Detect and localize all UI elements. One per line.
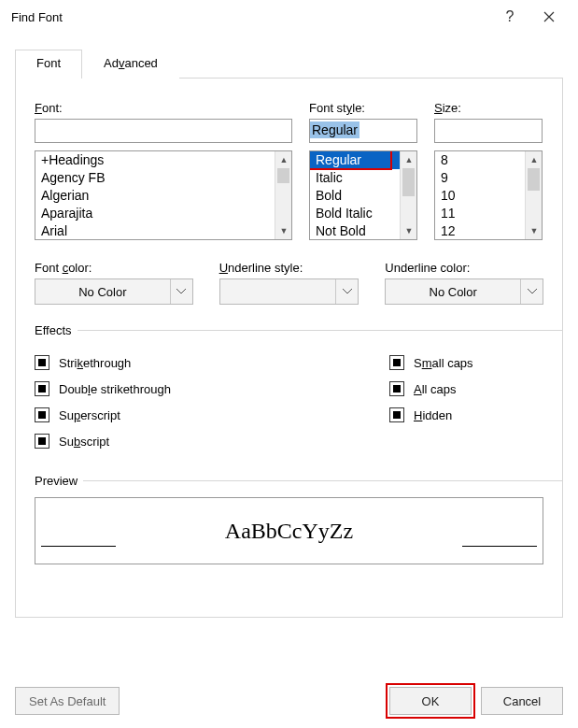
scroll-thumb[interactable] bbox=[402, 168, 415, 196]
scroll-down-icon[interactable]: ▼ bbox=[275, 222, 292, 239]
chevron-down-icon bbox=[335, 279, 358, 304]
help-button[interactable]: ? bbox=[490, 4, 529, 30]
font-color-label: Font color: bbox=[35, 261, 193, 275]
preview-box: AaBbCcYyZz bbox=[35, 497, 543, 564]
font-color-combo[interactable]: No Color bbox=[35, 278, 193, 305]
scroll-up-icon[interactable]: ▲ bbox=[275, 151, 292, 168]
list-item[interactable]: Algerian bbox=[35, 187, 275, 205]
font-style-label: Font style: bbox=[309, 101, 417, 115]
small-caps-checkbox[interactable]: Small caps bbox=[389, 352, 543, 373]
cancel-button[interactable]: Cancel bbox=[481, 687, 563, 715]
close-button[interactable] bbox=[529, 4, 569, 30]
size-label: Size: bbox=[434, 101, 543, 115]
font-scrollbar[interactable]: ▲ ▼ bbox=[275, 151, 291, 239]
effects-group-label: Effects bbox=[16, 323, 562, 337]
hidden-checkbox[interactable]: Hidden bbox=[389, 405, 543, 425]
all-caps-checkbox[interactable]: All caps bbox=[389, 378, 543, 399]
underline-style-label: Underline style: bbox=[219, 261, 359, 275]
scroll-down-icon[interactable]: ▼ bbox=[401, 222, 417, 239]
list-item[interactable]: Not Bold bbox=[310, 222, 400, 239]
tab-strip: Font Advanced bbox=[15, 49, 563, 79]
underline-style-combo[interactable] bbox=[219, 278, 359, 305]
scroll-up-icon[interactable]: ▲ bbox=[526, 151, 543, 168]
preview-group-label: Preview bbox=[16, 474, 562, 488]
double-strikethrough-checkbox[interactable]: Double strikethrough bbox=[35, 378, 389, 399]
list-item[interactable]: Regular bbox=[310, 151, 400, 169]
list-item[interactable]: 9 bbox=[435, 169, 525, 187]
scroll-thumb[interactable] bbox=[528, 168, 540, 191]
chevron-down-icon bbox=[170, 279, 192, 304]
underline-color-combo[interactable]: No Color bbox=[385, 278, 543, 305]
scroll-thumb[interactable] bbox=[277, 168, 289, 183]
size-listbox[interactable]: 8 9 10 11 12 ▲ ▼ bbox=[434, 150, 543, 240]
list-item[interactable]: 12 bbox=[435, 222, 525, 239]
chevron-down-icon bbox=[520, 279, 543, 304]
tab-advanced[interactable]: Advanced bbox=[82, 50, 179, 79]
title-bar: Find Font ? bbox=[0, 0, 578, 34]
dialog-footer: Set As Default OK Cancel bbox=[0, 687, 578, 715]
list-item[interactable]: Agency FB bbox=[35, 169, 275, 187]
strikethrough-checkbox[interactable]: Strikethrough bbox=[35, 352, 389, 373]
style-scrollbar[interactable]: ▲ ▼ bbox=[400, 151, 416, 239]
list-item[interactable]: Arial bbox=[35, 222, 275, 239]
subscript-checkbox[interactable]: Subscript bbox=[35, 431, 389, 451]
scroll-up-icon[interactable]: ▲ bbox=[401, 151, 417, 168]
list-item[interactable]: 11 bbox=[435, 205, 525, 222]
font-input[interactable] bbox=[35, 119, 292, 143]
size-scrollbar[interactable]: ▲ ▼ bbox=[525, 151, 542, 239]
list-item[interactable]: Italic bbox=[310, 169, 400, 187]
set-as-default-button[interactable]: Set As Default bbox=[15, 687, 120, 715]
list-item[interactable]: Bold bbox=[310, 187, 400, 205]
preview-text: AaBbCcYyZz bbox=[225, 519, 353, 544]
dialog-title: Find Font bbox=[11, 10, 490, 24]
font-listbox[interactable]: +Headings Agency FB Algerian Aparajita A… bbox=[35, 150, 292, 240]
close-icon bbox=[543, 11, 555, 22]
size-input[interactable] bbox=[434, 119, 543, 143]
underline-color-label: Underline color: bbox=[385, 261, 543, 275]
list-item[interactable]: Bold Italic bbox=[310, 205, 400, 222]
list-item[interactable]: 8 bbox=[435, 151, 525, 169]
font-style-listbox[interactable]: Regular Italic Bold Bold Italic Not Bold… bbox=[309, 150, 417, 240]
superscript-checkbox[interactable]: Superscript bbox=[35, 405, 389, 425]
tab-panel-font: Font: +Headings Agency FB Algerian Apara… bbox=[15, 79, 563, 618]
tab-font[interactable]: Font bbox=[15, 50, 82, 79]
font-style-input[interactable]: Regular bbox=[309, 119, 417, 143]
list-item[interactable]: +Headings bbox=[35, 151, 275, 169]
list-item[interactable]: 10 bbox=[435, 187, 525, 205]
scroll-down-icon[interactable]: ▼ bbox=[526, 222, 543, 239]
list-item[interactable]: Aparajita bbox=[35, 205, 275, 222]
ok-button[interactable]: OK bbox=[389, 687, 472, 715]
font-label: Font: bbox=[35, 101, 292, 115]
